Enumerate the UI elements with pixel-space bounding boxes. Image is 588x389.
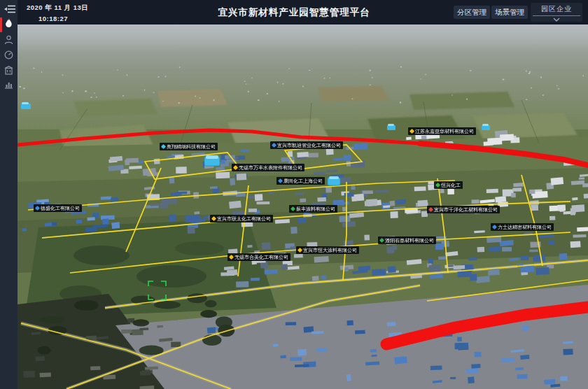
building-icon [4,66,13,75]
company-label-text: 潘阳石墨材料有限公司 [385,238,434,243]
company-label[interactable]: 奥翔精细科技有限公司 [160,143,218,150]
marker-icon [161,144,166,149]
smart-park-platform: { "header": { "date": "2020 年 11 月 13日",… [0,0,588,389]
company-label[interactable]: 宜兴市恒大涂料有限公司 [296,246,359,254]
park-enterprise-dropdown[interactable]: 园区企业 [531,3,582,22]
company-label-text: 江苏永嘉亚华材料有限公司 [415,129,474,134]
user-icon [4,35,13,45]
top-header: 2020 年 11 月 13日 10:18:27 宜兴市新材料产业园智慧管理平台… [0,0,588,24]
zone-management-button[interactable]: 分区管理 [454,6,490,19]
sidebar-item-fire[interactable] [0,17,18,32]
company-label[interactable]: 康田化工上海公司 [276,177,325,185]
bar-chart-icon [4,80,13,89]
company-label[interactable]: 振丰涂料有限公司 [289,205,337,213]
marker-icon [35,206,40,211]
company-label-text: 力士达精密材料有限公司 [498,225,552,229]
marker-icon [290,206,295,211]
company-label-text: 恒兴化工 [441,183,461,188]
datetime-block: 2020 年 11 月 13日 10:18:27 [27,3,88,22]
company-label[interactable]: 潘阳石墨材料有限公司 [378,236,436,244]
company-label[interactable]: 宜兴市千洋化工材料有限公司 [427,206,500,213]
marker-icon [272,143,276,148]
company-label-text: 无锡市合美化工有限公司 [234,255,288,260]
dropdown-label: 园区企业 [531,3,582,14]
company-label[interactable]: 无锡市万丰水表附件有限公司 [232,164,304,171]
company-label-text: 康田化工上海公司 [284,178,323,183]
chevron-down-icon [553,17,560,22]
company-label-text: 宜兴市凯迪管业化工有限公司 [277,143,341,148]
company-label-text: 德盛化工有限公司 [41,206,80,211]
company-label-text: 振丰涂料有限公司 [296,206,335,211]
flame-icon [4,18,13,29]
page-title: 宜兴市新材料产业园智慧管理平台 [218,6,370,19]
divider [533,15,580,16]
sidebar-item-user[interactable] [0,34,18,49]
company-label-text: 宜兴市联太化工有限公司 [217,216,271,221]
company-label[interactable]: 无锡市合美化工有限公司 [227,253,290,261]
company-label[interactable]: 宜兴市联太化工有限公司 [210,215,273,222]
marker-icon [435,183,440,188]
dial-icon [4,50,13,59]
marker-icon [379,238,384,243]
sidebar-item-building[interactable] [0,64,18,80]
company-label[interactable]: 德盛化工有限公司 [34,204,82,212]
current-time: 10:18:27 [38,15,88,22]
haze-overlay [18,24,588,52]
company-label-text: 奥翔精细科技有限公司 [167,144,216,149]
marker-icon [233,165,238,170]
current-date: 2020 年 11 月 13日 [27,3,88,13]
left-sidebar [0,0,18,389]
scene-management-button[interactable]: 场景管理 [491,6,528,19]
sidebar-item-stats[interactable] [0,78,18,94]
company-label[interactable]: 力士达精密材料有限公司 [491,223,554,231]
company-label[interactable]: 江苏永嘉亚华材料有限公司 [408,127,476,135]
company-label-text: 无锡市万丰水表附件有限公司 [239,165,302,170]
menu-icon[interactable] [4,4,16,14]
company-label-text: 宜兴市恒大涂料有限公司 [303,248,357,253]
company-label[interactable]: 恒兴化工 [434,181,463,189]
company-label-text: 宜兴市千洋化工材料有限公司 [434,207,498,212]
sidebar-item-dial[interactable] [0,49,18,64]
marker-icon [278,178,283,183]
marker-icon [298,248,302,253]
marker-icon [428,207,433,212]
marker-icon [229,255,234,260]
marker-icon [410,129,414,134]
company-label[interactable]: 宜兴市凯迪管业化工有限公司 [270,141,343,149]
marker-icon [492,225,497,229]
marker-icon [211,216,216,221]
